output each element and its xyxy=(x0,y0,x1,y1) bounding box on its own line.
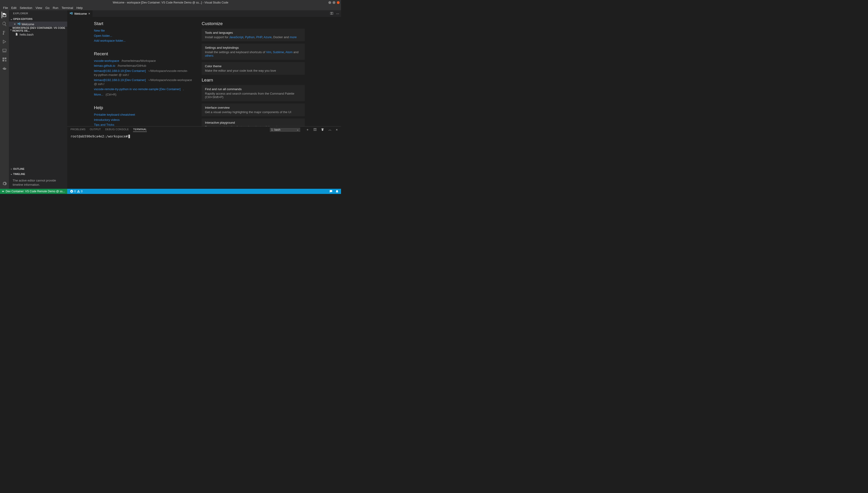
remote-label: Dev Container: VS Code Remote Demo @ ss.… xyxy=(6,190,65,193)
terminal-selector[interactable]: 1: bash xyxy=(270,128,300,132)
window-title: Welcome - workspace [Dev Container: VS C… xyxy=(113,1,228,4)
workspace-file-item[interactable]: hello.bash xyxy=(9,32,67,37)
panel-tab-terminal[interactable]: TERMINAL xyxy=(133,128,147,132)
editor-actions: ⋯ xyxy=(328,10,341,17)
recent-link[interactable]: leimao.github.io xyxy=(94,64,115,67)
lang-link[interactable]: Azure xyxy=(264,35,272,39)
tab-welcome[interactable]: Welcome × xyxy=(67,10,93,17)
close-editor-icon[interactable]: × xyxy=(13,22,16,26)
card-color-theme[interactable]: Color theme Make the editor and your cod… xyxy=(202,62,305,75)
menu-go[interactable]: Go xyxy=(44,6,51,10)
help-link[interactable]: Introductory videos xyxy=(94,118,120,122)
editor-area: Welcome × ⋯ Start New file Open folder..… xyxy=(67,10,341,189)
activity-docker-icon[interactable] xyxy=(2,66,7,71)
new-terminal-icon[interactable]: ＋ xyxy=(306,128,309,132)
menu-help[interactable]: Help xyxy=(75,6,84,10)
open-folder-link[interactable]: Open folder... xyxy=(94,34,112,38)
close-panel-icon[interactable]: × xyxy=(336,128,338,132)
menu-selection[interactable]: Selection xyxy=(18,6,34,10)
welcome-page: Start New file Open folder... Add worksp… xyxy=(67,17,341,126)
panel-tab-debug-console[interactable]: DEBUG CONSOLE xyxy=(105,128,129,132)
card-interactive-playground[interactable]: Interactive playground Try out essential… xyxy=(202,119,305,126)
workspace-header[interactable]: ⌄ WORKSPACE [DEV CONTAINER: VS CODE REMO… xyxy=(9,27,67,32)
status-problems[interactable]: 0 0 xyxy=(70,190,83,193)
help-link[interactable]: Printable keyboard cheatsheet xyxy=(94,113,135,116)
timeline-label: TIMELINE xyxy=(13,173,25,175)
remote-indicator[interactable]: Dev Container: VS Code Remote Demo @ ss.… xyxy=(0,189,67,194)
card-settings-keybindings[interactable]: Settings and keybindings Install the set… xyxy=(202,44,305,60)
chevron-down-icon: ⌄ xyxy=(10,18,13,21)
others-link[interactable]: others xyxy=(205,54,213,57)
help-link[interactable]: Tips and Tricks xyxy=(94,123,114,126)
panel-tab-problems[interactable]: PROBLEMS xyxy=(70,128,86,132)
status-feedback-icon[interactable] xyxy=(329,190,332,193)
card-command-palette[interactable]: Find and run all commands Rapidly access… xyxy=(202,85,305,101)
terminal-prompt: root@ab590e9ca4e2:/workspace# xyxy=(70,134,128,138)
more-link[interactable]: more xyxy=(290,35,297,39)
lang-link[interactable]: Python xyxy=(245,35,254,39)
activity-explorer-icon[interactable] xyxy=(2,12,7,18)
add-workspace-folder-link[interactable]: Add workspace folder... xyxy=(94,39,126,42)
menu-file[interactable]: File xyxy=(1,6,9,10)
status-bell-icon[interactable] xyxy=(335,190,339,193)
editor-tabs: Welcome × ⋯ xyxy=(67,10,341,17)
activity-settings-icon[interactable] xyxy=(2,181,7,187)
activity-bar xyxy=(0,10,9,189)
menu-terminal[interactable]: Terminal xyxy=(60,6,75,10)
keymap-link[interactable]: Vim xyxy=(266,50,271,54)
activity-remote-icon[interactable] xyxy=(2,48,7,53)
activity-extensions-icon[interactable] xyxy=(2,57,7,62)
recent-path: /home/leimao/Workspace xyxy=(122,59,156,63)
title-bar: Welcome - workspace [Dev Container: VS C… xyxy=(0,0,341,5)
outline-header[interactable]: › OUTLINE xyxy=(9,166,67,171)
activity-scm-icon[interactable] xyxy=(2,30,7,36)
more-recent-link[interactable]: More... xyxy=(94,93,103,96)
window-controls xyxy=(328,1,340,4)
activity-run-icon[interactable] xyxy=(2,39,7,44)
chevron-right-icon: › xyxy=(10,168,13,170)
recent-path: /home/leimao/GitHub xyxy=(117,64,146,67)
maximize-button[interactable] xyxy=(332,1,335,4)
timeline-header[interactable]: ⌄ TIMELINE xyxy=(9,171,67,177)
lang-link[interactable]: JavaScript xyxy=(229,35,243,39)
card-desc: Install support for JavaScript, Python, … xyxy=(205,35,301,39)
card-interface-overview[interactable]: Interface overview Get a visual overlay … xyxy=(202,104,305,116)
recent-link[interactable]: vscode-workspace xyxy=(94,59,119,63)
split-editor-icon[interactable] xyxy=(330,12,333,16)
new-file-link[interactable]: New file xyxy=(94,29,105,32)
keymap-link[interactable]: Sublime xyxy=(273,50,284,54)
chevron-down-icon: ⌄ xyxy=(10,172,13,175)
minimize-button[interactable] xyxy=(328,1,331,4)
recent-path: . xyxy=(183,87,184,91)
keymap-link[interactable]: Atom xyxy=(285,50,292,54)
start-section: Start New file Open folder... Add worksp… xyxy=(94,21,192,43)
lang-link[interactable]: PHP xyxy=(256,35,262,39)
card-tools-languages[interactable]: Tools and languages Install support for … xyxy=(202,28,305,41)
outline-label: OUTLINE xyxy=(13,168,24,170)
vscode-icon xyxy=(17,22,21,26)
open-editors-header[interactable]: ⌄ OPEN EDITORS xyxy=(9,16,67,22)
kill-terminal-icon[interactable] xyxy=(321,128,324,132)
recent-link[interactable]: leimao@192.168.0.19 [Dev Container] xyxy=(94,69,146,72)
menu-edit[interactable]: Edit xyxy=(9,6,18,10)
panel-tab-output[interactable]: OUTPUT xyxy=(90,128,101,132)
chevron-down-icon: ⌄ xyxy=(10,28,12,31)
split-terminal-icon[interactable] xyxy=(313,128,317,132)
recent-link[interactable]: vscode-remote-try-python in vsc-remote-s… xyxy=(94,87,180,91)
close-tab-icon[interactable]: × xyxy=(88,12,90,16)
bottom-panel: PROBLEMS OUTPUT DEBUG CONSOLE TERMINAL 1… xyxy=(67,126,341,189)
menu-run[interactable]: Run xyxy=(51,6,60,10)
learn-heading: Learn xyxy=(202,78,305,83)
status-bar: Dev Container: VS Code Remote Demo @ ss.… xyxy=(0,189,341,194)
more-actions-icon[interactable]: ⋯ xyxy=(336,12,339,16)
card-desc: Get a visual overlay highlighting the ma… xyxy=(205,110,301,114)
close-window-button[interactable] xyxy=(337,1,340,4)
open-editor-item[interactable]: × Welcome xyxy=(9,22,67,27)
recent-link[interactable]: leimao@192.168.0.19 [Dev Container] xyxy=(94,78,146,82)
maximize-panel-icon[interactable]: ︿ xyxy=(328,128,332,132)
activity-search-icon[interactable] xyxy=(2,21,7,27)
terminal[interactable]: root@ab590e9ca4e2:/workspace# xyxy=(67,133,341,189)
menu-view[interactable]: View xyxy=(34,6,44,10)
sidebar-title: EXPLORER xyxy=(9,10,67,16)
card-title: Interactive playground xyxy=(205,121,301,124)
